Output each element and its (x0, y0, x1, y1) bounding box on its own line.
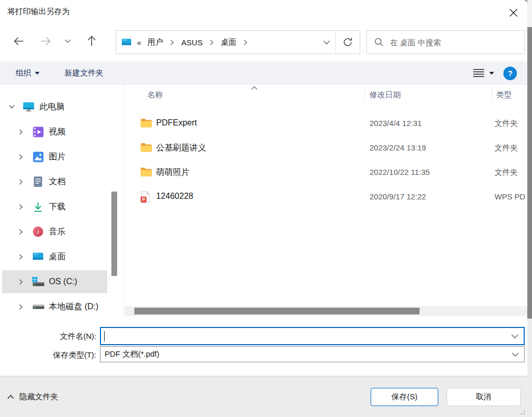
chevron-down-icon (65, 39, 71, 43)
column-header-date[interactable]: 修改日期 (370, 85, 401, 105)
chevron-expanded-icon[interactable] (8, 105, 15, 109)
close-button[interactable] (503, 4, 524, 21)
breadcrumb-asus[interactable]: ASUS (180, 37, 204, 48)
sidebar-item-label: 视频 (49, 127, 66, 137)
sort-ascending-icon (251, 86, 258, 90)
pdf-file-icon: P (140, 191, 150, 203)
hide-folders-button[interactable]: 隐藏文件夹 (7, 392, 58, 402)
titlebar: 将打印输出另存为 (0, 0, 527, 25)
drive-d-icon (31, 301, 45, 312)
file-name: 12460228 (156, 192, 193, 201)
save-as-dialog: 将打印输出另存为 « 用户 (0, 0, 527, 417)
sidebar-item-desktop[interactable]: 桌面 (2, 245, 107, 268)
pictures-icon (31, 151, 45, 162)
sidebar-item-label: 下载 (49, 201, 66, 212)
sidebar-item-videos[interactable]: 视频 (2, 120, 107, 143)
drive-c-icon (31, 276, 45, 287)
help-icon: ? (508, 69, 512, 78)
text-caret (104, 331, 105, 342)
navigation-pane: 此电脑 视频 图片 文档 (0, 85, 109, 318)
chevron-down-icon[interactable] (511, 334, 518, 338)
back-button[interactable] (10, 33, 27, 49)
resize-grip-icon[interactable] (520, 409, 525, 414)
sidebar-item-pictures[interactable]: 图片 (2, 145, 107, 168)
chevron-right-icon (242, 40, 249, 45)
sidebar-item-os-c[interactable]: OS (C:) (2, 270, 107, 293)
save-button[interactable]: 保存(S) (371, 388, 438, 406)
breadcrumb-desktop[interactable]: 桌面 (220, 36, 237, 48)
filename-input[interactable] (100, 327, 525, 345)
sidebar-item-label: OS (C:) (49, 277, 77, 286)
refresh-icon (343, 37, 353, 47)
file-row[interactable]: P 12460228 2020/9/17 12:22 WPS PD (125, 185, 527, 209)
music-icon: ♪ (31, 226, 45, 237)
sidebar-item-label: 音乐 (49, 226, 66, 237)
sidebar-item-label: 桌面 (49, 251, 66, 262)
column-header-name[interactable]: 名称 (147, 85, 163, 105)
cancel-button[interactable]: 取消 (447, 388, 521, 406)
organize-button[interactable]: 组织 (16, 68, 40, 78)
file-row[interactable]: 公基刷题讲义 2023/2/24 13:19 文件夹 (125, 136, 527, 160)
sidebar-item-disk-d[interactable]: 本地磁盘 (D:) (2, 295, 107, 318)
chevron-collapsed-icon[interactable] (18, 304, 24, 310)
chevron-down-icon (35, 72, 40, 75)
sidebar-item-label: 文档 (49, 176, 66, 187)
file-name: PDFExpert (156, 118, 197, 128)
chevron-collapsed-icon[interactable] (18, 229, 24, 235)
file-name: 萌萌照片 (156, 167, 189, 178)
hide-folders-label: 隐藏文件夹 (19, 392, 58, 402)
search-box[interactable] (366, 30, 525, 54)
chevron-collapsed-icon[interactable] (18, 204, 24, 210)
folder-icon (140, 142, 153, 153)
filetype-value: PDF 文档(*.pdf) (105, 349, 159, 359)
folder-icon (140, 118, 153, 128)
recent-locations-button[interactable] (61, 33, 74, 49)
column-divider[interactable] (364, 88, 365, 102)
up-button[interactable] (83, 33, 100, 49)
breadcrumb-overflow[interactable]: « (136, 37, 142, 48)
sidebar-item-this-pc[interactable]: 此电脑 (2, 95, 107, 118)
help-button[interactable]: ? (503, 67, 517, 80)
search-icon (374, 37, 384, 47)
horizontal-scrollbar-thumb[interactable] (134, 308, 420, 314)
file-fields: 文件名(N): 保存类型(T): PDF 文档(*.pdf) (0, 318, 527, 376)
dialog-title: 将打印输出另存为 (7, 7, 70, 17)
chevron-collapsed-icon[interactable] (18, 254, 24, 260)
navigation-bar: « 用户 ASUS 桌面 (0, 28, 527, 54)
file-row[interactable]: 萌萌照片 2022/10/22 11:35 文件夹 (125, 160, 527, 185)
column-divider[interactable] (491, 88, 492, 102)
back-icon (12, 36, 25, 46)
sidebar-item-documents[interactable]: 文档 (2, 170, 107, 193)
file-row[interactable]: PDFExpert 2023/4/4 12:31 文件夹 (125, 111, 527, 136)
address-dropdown-button[interactable] (318, 31, 336, 54)
chevron-collapsed-icon[interactable] (18, 129, 24, 135)
search-input[interactable] (390, 38, 519, 47)
chevron-right-icon (168, 40, 176, 45)
address-bar[interactable]: « 用户 ASUS 桌面 (116, 30, 360, 54)
filetype-select[interactable]: PDF 文档(*.pdf) (100, 346, 525, 362)
up-icon (86, 35, 97, 47)
new-folder-button[interactable]: 新建文件夹 (65, 68, 104, 78)
sidebar-item-music[interactable]: ♪ 音乐 (2, 220, 107, 243)
forward-button[interactable] (37, 33, 54, 49)
organize-label: 组织 (16, 68, 31, 78)
sidebar-item-label: 此电脑 (40, 102, 65, 112)
file-date: 2023/2/24 13:19 (370, 143, 426, 152)
column-header-type[interactable]: 类型 (496, 85, 512, 105)
view-mode-button[interactable] (473, 69, 494, 78)
chevron-collapsed-icon[interactable] (18, 179, 24, 185)
chevron-up-icon (7, 395, 14, 399)
documents-icon (31, 176, 45, 187)
refresh-button[interactable] (336, 31, 360, 54)
sidebar-scrollbar[interactable] (111, 85, 118, 318)
sidebar-scrollbar-thumb[interactable] (111, 192, 117, 276)
filename-label: 文件名(N): (0, 332, 96, 342)
sidebar-item-downloads[interactable]: 下载 (2, 195, 107, 218)
chevron-collapsed-icon[interactable] (18, 279, 24, 285)
svg-text:P: P (142, 197, 145, 202)
chevron-collapsed-icon[interactable] (18, 154, 24, 160)
horizontal-scrollbar[interactable] (125, 306, 527, 316)
background-window-strip (527, 0, 532, 417)
file-list: 名称 修改日期 类型 PDFExpert 2023/4/4 12:31 文件夹 … (125, 85, 527, 318)
breadcrumb-users[interactable]: 用户 (146, 36, 164, 48)
